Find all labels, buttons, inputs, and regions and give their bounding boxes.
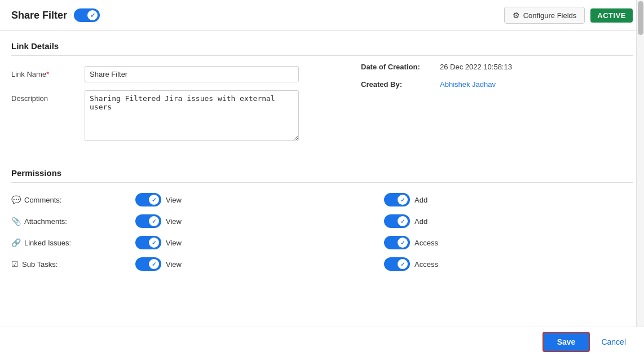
perm-toggle-group-2: Access (384, 257, 633, 271)
perm-toggle-label-2: Add (414, 196, 427, 204)
perm-text: Attachments: (24, 217, 67, 226)
perm-toggle-1[interactable] (135, 214, 161, 228)
date-of-creation-label: Date of Creation: (361, 63, 440, 71)
permissions-divider (11, 182, 633, 183)
perm-text: Linked Issues: (24, 239, 71, 247)
perm-toggle-group-1: View (135, 236, 384, 249)
description-textarea[interactable]: Sharing Filtered Jira issues with extern… (85, 90, 299, 141)
perm-icon: 💬 (11, 195, 21, 204)
description-row: Description Sharing Filtered Jira issues… (11, 90, 633, 141)
small-toggle-thumb (149, 259, 159, 269)
perm-label: ☑Sub Tasks: (11, 260, 135, 269)
link-name-input[interactable] (85, 66, 299, 82)
perm-label: 📎Attachments: (11, 217, 135, 226)
toggle-thumb (87, 10, 98, 20)
created-by-label: Created By: (361, 80, 440, 89)
small-toggle-track (135, 193, 161, 206)
meta-info: Date of Creation: 26 Dec 2022 10:58:13 C… (361, 63, 627, 98)
small-toggle-track (384, 257, 410, 271)
small-toggle-thumb (149, 238, 159, 248)
description-label: Description (11, 90, 85, 103)
created-by-link[interactable]: Abhishek Jadhav (440, 80, 496, 89)
perm-text: Comments: (24, 196, 61, 204)
footer: Save Cancel (0, 327, 644, 356)
perm-label: 🔗Linked Issues: (11, 238, 135, 247)
perm-label: 💬Comments: (11, 195, 135, 204)
perm-toggle-1[interactable] (135, 236, 161, 249)
perm-toggle-2[interactable] (384, 257, 410, 271)
created-by-row: Created By: Abhishek Jadhav (361, 80, 627, 89)
perm-icon: 🔗 (11, 238, 21, 247)
active-badge: ACTIVE (590, 8, 633, 23)
perm-toggle-label-2: Access (414, 239, 438, 247)
header-right: ⚙ Configure Fields ACTIVE (504, 7, 633, 24)
scroll-thumb (638, 1, 643, 35)
small-toggle-track (135, 214, 161, 228)
link-details-divider (11, 55, 633, 56)
scrollbar[interactable] (636, 0, 644, 327)
permissions-title: Permissions (11, 158, 633, 182)
perm-toggle-1[interactable] (135, 257, 161, 271)
perm-toggle-group-1: View (135, 214, 384, 228)
perm-toggle-label-1: View (166, 239, 182, 247)
perm-icon: ☑ (11, 260, 19, 269)
toggle-track (74, 8, 100, 22)
perm-toggle-1[interactable] (135, 193, 161, 206)
perm-icon: 📎 (11, 217, 21, 226)
link-name-label: Link Name* (11, 66, 85, 78)
perm-toggle-group-1: View (135, 257, 384, 271)
share-filter-toggle[interactable] (74, 8, 100, 22)
perm-toggle-group-2: Access (384, 236, 633, 249)
small-toggle-track (384, 214, 410, 228)
permissions-grid: 💬Comments: View Add 📎Attachments: View (11, 193, 633, 271)
perm-toggle-2[interactable] (384, 214, 410, 228)
perm-toggle-group-2: Add (384, 193, 633, 206)
perm-toggle-label-1: View (166, 260, 182, 269)
date-of-creation-row: Date of Creation: 26 Dec 2022 10:58:13 (361, 63, 627, 71)
header-left: Share Filter (11, 8, 100, 22)
perm-toggle-2[interactable] (384, 236, 410, 249)
perm-toggle-label-2: Access (414, 260, 438, 269)
required-star: * (46, 70, 49, 78)
small-toggle-track (135, 236, 161, 249)
link-details-title: Link Details (11, 31, 633, 55)
configure-fields-button[interactable]: ⚙ Configure Fields (504, 7, 585, 24)
perm-toggle-label-2: Add (414, 217, 427, 226)
small-toggle-thumb (149, 195, 159, 205)
perm-toggle-group-1: View (135, 193, 384, 206)
configure-fields-label: Configure Fields (523, 11, 577, 20)
small-toggle-thumb (398, 195, 408, 205)
small-toggle-track (135, 257, 161, 271)
small-toggle-track (384, 193, 410, 206)
cancel-button[interactable]: Cancel (597, 333, 630, 351)
page-title: Share Filter (11, 10, 67, 21)
gear-icon: ⚙ (513, 11, 520, 20)
perm-toggle-label-1: View (166, 196, 182, 204)
save-button[interactable]: Save (542, 332, 590, 352)
main-content: Link Details Link Name* Description Shar… (0, 31, 644, 323)
permissions-section: Permissions 💬Comments: View Add 📎Attachm… (11, 158, 633, 271)
perm-toggle-2[interactable] (384, 193, 410, 206)
page-wrapper: Share Filter ⚙ Configure Fields ACTIVE L… (0, 0, 644, 356)
small-toggle-track (384, 236, 410, 249)
small-toggle-thumb (149, 216, 159, 226)
small-toggle-thumb (398, 216, 408, 226)
perm-text: Sub Tasks: (22, 260, 58, 269)
perm-toggle-label-1: View (166, 217, 182, 226)
header: Share Filter ⚙ Configure Fields ACTIVE (0, 0, 644, 31)
small-toggle-thumb (398, 238, 408, 248)
date-of-creation-value: 26 Dec 2022 10:58:13 (440, 63, 512, 71)
perm-toggle-group-2: Add (384, 214, 633, 228)
small-toggle-thumb (398, 259, 408, 269)
